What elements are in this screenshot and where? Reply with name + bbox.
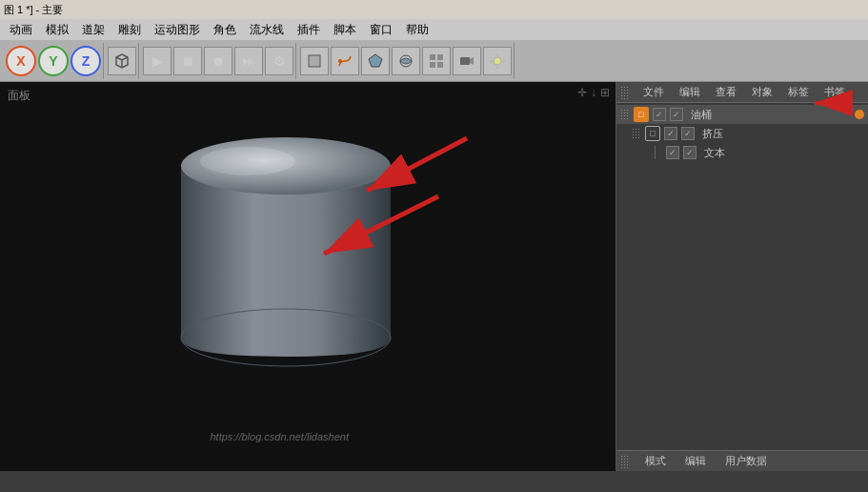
axis-x-button[interactable]: X [6, 46, 36, 76]
tab-view[interactable]: 查看 [712, 83, 740, 101]
playback-group: ▶ ⏹ ⏺ ⏭ ⚙ [141, 43, 296, 79]
right-panel: 文件 编辑 查看 对象 标签 书签 □ ✓ ✓ 油桶 [616, 82, 868, 471]
obj-check-1a[interactable]: ✓ [653, 108, 666, 121]
viewport[interactable]: 面板 ✛ ↓ ⊞ [0, 82, 616, 471]
right-panel-bottom: 模式 编辑 用户数据 [616, 450, 868, 471]
spline-tool[interactable] [331, 47, 359, 75]
axis-y-button[interactable]: Y [38, 46, 69, 76]
obj-check-2a[interactable]: ✓ [664, 127, 677, 140]
obj-name-tank: 油桶 [687, 108, 851, 122]
tab-tag[interactable]: 标签 [784, 83, 813, 101]
menu-bar: 动画 模拟 道架 雕刻 运动图形 角色 流水线 插件 脚本 窗口 帮助 [0, 19, 868, 40]
polygon-tool[interactable] [361, 47, 390, 75]
camera-tool[interactable] [453, 47, 481, 75]
obj-check-1b[interactable]: ✓ [670, 108, 683, 121]
obj-item-tank[interactable]: □ ✓ ✓ 油桶 [616, 105, 868, 124]
obj-name-text: 文本 [700, 146, 864, 160]
obj-check-3a[interactable]: ✓ [666, 146, 679, 159]
settings-btn[interactable]: ⚙ [265, 47, 293, 75]
title-bar: 图 1 *] - 主要 [0, 0, 868, 19]
transform-group [106, 43, 139, 79]
menu-plugins[interactable]: 插件 [292, 20, 326, 40]
cube-tool[interactable] [108, 47, 136, 75]
forward-btn[interactable]: ⏭ [234, 47, 263, 75]
obj-item-extrude[interactable]: □ ✓ ✓ 挤压 [616, 124, 868, 143]
svg-point-1 [338, 59, 342, 63]
title-text: 图 1 *] - 主要 [4, 3, 63, 17]
primitive-group [298, 43, 515, 79]
svg-point-17 [200, 147, 295, 175]
obj-dot-tank [855, 110, 864, 119]
right-panel-content: □ ✓ ✓ 油桶 □ ✓ ✓ 挤压 [616, 103, 868, 450]
menu-simulate[interactable]: 模拟 [40, 20, 74, 40]
menu-mograph[interactable]: 运动图形 [149, 20, 206, 40]
expand-icon[interactable]: ⊞ [600, 86, 610, 99]
tab-file[interactable]: 文件 [639, 83, 668, 101]
cylinder-3d [143, 90, 429, 414]
menu-script[interactable]: 脚本 [328, 20, 362, 40]
obj-check-3b[interactable]: ✓ [683, 146, 696, 159]
obj-connector [655, 146, 660, 159]
stop-btn[interactable]: ⏹ [173, 47, 202, 75]
move-icon[interactable]: ✛ [577, 86, 587, 99]
nurbs-tool[interactable] [392, 47, 420, 75]
svg-rect-8 [460, 57, 470, 65]
tab-mode[interactable]: 模式 [639, 452, 672, 470]
viewport-controls: ✛ ↓ ⊞ [577, 86, 610, 99]
toolbar: X Y Z ▶ ⏹ ⏺ ⏭ ⚙ [0, 40, 868, 82]
right-panel-tabs: 文件 编辑 查看 对象 标签 书签 [616, 82, 868, 103]
svg-rect-6 [430, 62, 435, 68]
menu-sculpt[interactable]: 雕刻 [112, 20, 147, 40]
record-btn[interactable]: ⏺ [204, 47, 232, 75]
cube-prim[interactable] [300, 47, 329, 75]
svg-marker-2 [369, 54, 382, 67]
object-list: □ ✓ ✓ 油桶 □ ✓ ✓ 挤压 [616, 103, 868, 164]
main-content: 面板 ✛ ↓ ⊞ [0, 82, 868, 471]
watermark: https://blog.csdn.net/lidashent [210, 431, 349, 442]
menu-track[interactable]: 道架 [76, 20, 111, 40]
svg-point-10 [494, 57, 501, 65]
tab-userdata[interactable]: 用户数据 [719, 452, 773, 470]
obj-check-2b[interactable]: ✓ [681, 127, 695, 140]
svg-rect-4 [430, 54, 435, 60]
axis-z-button[interactable]: Z [71, 46, 101, 76]
svg-marker-9 [470, 57, 474, 65]
menu-help[interactable]: 帮助 [400, 20, 434, 40]
obj-icon-tank: □ [634, 107, 649, 122]
svg-rect-0 [309, 55, 320, 67]
menu-window[interactable]: 窗口 [364, 20, 398, 40]
obj-icon-extrude: □ [645, 126, 660, 141]
menu-pipeline[interactable]: 流水线 [244, 20, 290, 40]
grid-tool[interactable] [422, 47, 451, 75]
tab-edit-bottom[interactable]: 编辑 [679, 452, 712, 470]
menu-animation[interactable]: 动画 [4, 20, 38, 40]
svg-rect-5 [437, 54, 443, 60]
obj-name-extrude: 挤压 [698, 127, 864, 141]
light-tool[interactable] [483, 47, 512, 75]
obj-item-text[interactable]: ✓ ✓ 文本 [616, 143, 868, 162]
svg-rect-7 [437, 62, 443, 68]
tab-bookmark[interactable]: 书签 [820, 83, 849, 101]
down-icon[interactable]: ↓ [591, 86, 596, 99]
menu-character[interactable]: 角色 [208, 20, 242, 40]
viewport-label: 面板 [8, 88, 30, 104]
tab-object[interactable]: 对象 [748, 83, 777, 101]
tab-edit[interactable]: 编辑 [676, 83, 704, 101]
axis-group: X Y Z [4, 43, 104, 79]
play-btn[interactable]: ▶ [143, 47, 172, 75]
